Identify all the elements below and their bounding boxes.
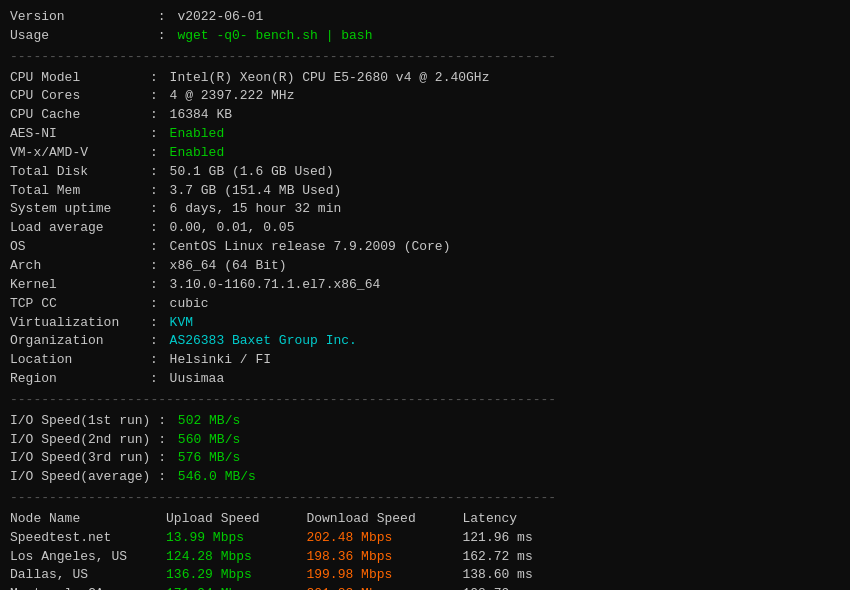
- info-value: Uusimaa: [170, 370, 225, 389]
- io-value: 560 MB/s: [178, 431, 240, 450]
- usage-line: Usage : wget -q0- bench.sh | bash: [10, 27, 840, 46]
- row-latency: 162.72 ms: [463, 548, 533, 567]
- version-label: Version: [10, 8, 150, 27]
- info-label: AES-NI: [10, 125, 150, 144]
- network-table-row: Speedtest.net 13.99 Mbps 202.48 Mbps 121…: [10, 529, 840, 548]
- info-label: CPU Cores: [10, 87, 150, 106]
- row-latency: 121.96 ms: [463, 529, 533, 548]
- system-info-line: AES-NI : Enabled: [10, 125, 840, 144]
- info-value: 3.10.0-1160.71.1.el7.x86_64: [170, 276, 381, 295]
- row-download: 201.83 Mbps: [306, 585, 462, 590]
- io-label: I/O Speed(2nd run): [10, 431, 158, 450]
- system-info-line: Load average : 0.00, 0.01, 0.05: [10, 219, 840, 238]
- network-table-row: Los Angeles, US 124.28 Mbps 198.36 Mbps …: [10, 548, 840, 567]
- info-label: Region: [10, 370, 150, 389]
- io-speed-line: I/O Speed(average) : 546.0 MB/s: [10, 468, 840, 487]
- usage-value: wget -q0- bench.sh | bash: [177, 27, 372, 46]
- row-node: Dallas, US: [10, 566, 166, 585]
- info-label: System uptime: [10, 200, 150, 219]
- info-value: 50.1 GB (1.6 GB Used): [170, 163, 334, 182]
- version-value: v2022-06-01: [177, 8, 263, 27]
- system-info-line: Total Disk : 50.1 GB (1.6 GB Used): [10, 163, 840, 182]
- row-download: 202.48 Mbps: [306, 529, 462, 548]
- col-download: Download Speed: [306, 510, 462, 529]
- system-info-line: CPU Cache : 16384 KB: [10, 106, 840, 125]
- row-latency: 138.60 ms: [463, 566, 533, 585]
- network-table-header: Node Name Upload Speed Download Speed La…: [10, 510, 840, 529]
- col-node: Node Name: [10, 510, 166, 529]
- row-node: Montreal, CA: [10, 585, 166, 590]
- info-label: TCP CC: [10, 295, 150, 314]
- info-value: 3.7 GB (151.4 MB Used): [170, 182, 342, 201]
- row-upload: 171.94 Mbps: [166, 585, 306, 590]
- info-label: VM-x/AMD-V: [10, 144, 150, 163]
- system-info-line: Total Mem : 3.7 GB (151.4 MB Used): [10, 182, 840, 201]
- network-table-section: Node Name Upload Speed Download Speed La…: [10, 510, 840, 590]
- io-speed-line: I/O Speed(1st run) : 502 MB/s: [10, 412, 840, 431]
- terminal-output: Version : v2022-06-01 Usage : wget -q0- …: [10, 8, 840, 590]
- info-value: 16384 KB: [170, 106, 232, 125]
- info-value: Enabled: [170, 144, 225, 163]
- usage-label: Usage: [10, 27, 150, 46]
- info-label: Kernel: [10, 276, 150, 295]
- info-label: Total Mem: [10, 182, 150, 201]
- info-value: 0.00, 0.01, 0.05: [170, 219, 295, 238]
- io-label: I/O Speed(1st run): [10, 412, 158, 431]
- system-info-line: Location : Helsinki / FI: [10, 351, 840, 370]
- system-info-line: Arch : x86_64 (64 Bit): [10, 257, 840, 276]
- system-info-line: VM-x/AMD-V : Enabled: [10, 144, 840, 163]
- version-line: Version : v2022-06-01: [10, 8, 840, 27]
- io-label: I/O Speed(average): [10, 468, 158, 487]
- system-info-line: CPU Model : Intel(R) Xeon(R) CPU E5-2680…: [10, 69, 840, 88]
- io-speeds-section: I/O Speed(1st run) : 502 MB/sI/O Speed(2…: [10, 412, 840, 487]
- row-download: 198.36 Mbps: [306, 548, 462, 567]
- system-info-line: TCP CC : cubic: [10, 295, 840, 314]
- network-table-row: Montreal, CA 171.94 Mbps 201.83 Mbps 108…: [10, 585, 840, 590]
- divider-3: ----------------------------------------…: [10, 489, 840, 508]
- row-upload: 124.28 Mbps: [166, 548, 306, 567]
- info-value: cubic: [170, 295, 209, 314]
- io-speed-line: I/O Speed(2nd run) : 560 MB/s: [10, 431, 840, 450]
- system-info-section: CPU Model : Intel(R) Xeon(R) CPU E5-2680…: [10, 69, 840, 389]
- system-info-line: OS : CentOS Linux release 7.9.2009 (Core…: [10, 238, 840, 257]
- system-info-line: Organization : AS26383 Baxet Group Inc.: [10, 332, 840, 351]
- info-value: Enabled: [170, 125, 225, 144]
- info-value: 4 @ 2397.222 MHz: [170, 87, 295, 106]
- system-info-line: CPU Cores : 4 @ 2397.222 MHz: [10, 87, 840, 106]
- info-value: CentOS Linux release 7.9.2009 (Core): [170, 238, 451, 257]
- io-label: I/O Speed(3rd run): [10, 449, 158, 468]
- info-value: x86_64 (64 Bit): [170, 257, 287, 276]
- info-label: Virtualization: [10, 314, 150, 333]
- io-value: 576 MB/s: [178, 449, 240, 468]
- io-value: 502 MB/s: [178, 412, 240, 431]
- info-label: Total Disk: [10, 163, 150, 182]
- io-speed-line: I/O Speed(3rd run) : 576 MB/s: [10, 449, 840, 468]
- col-latency: Latency: [463, 510, 518, 529]
- info-value: KVM: [170, 314, 193, 333]
- info-value: AS26383 Baxet Group Inc.: [170, 332, 357, 351]
- info-value: Helsinki / FI: [170, 351, 271, 370]
- info-label: Arch: [10, 257, 150, 276]
- row-upload: 13.99 Mbps: [166, 529, 306, 548]
- row-node: Speedtest.net: [10, 529, 166, 548]
- network-table-row: Dallas, US 136.29 Mbps 199.98 Mbps 138.6…: [10, 566, 840, 585]
- row-download: 199.98 Mbps: [306, 566, 462, 585]
- system-info-line: Kernel : 3.10.0-1160.71.1.el7.x86_64: [10, 276, 840, 295]
- info-label: Location: [10, 351, 150, 370]
- row-node: Los Angeles, US: [10, 548, 166, 567]
- info-label: Organization: [10, 332, 150, 351]
- info-label: CPU Model: [10, 69, 150, 88]
- info-label: OS: [10, 238, 150, 257]
- io-value: 546.0 MB/s: [178, 468, 256, 487]
- system-info-line: Virtualization : KVM: [10, 314, 840, 333]
- row-upload: 136.29 Mbps: [166, 566, 306, 585]
- info-label: CPU Cache: [10, 106, 150, 125]
- divider-1: ----------------------------------------…: [10, 48, 840, 67]
- info-value: 6 days, 15 hour 32 min: [170, 200, 342, 219]
- info-label: Load average: [10, 219, 150, 238]
- system-info-line: System uptime : 6 days, 15 hour 32 min: [10, 200, 840, 219]
- system-info-line: Region : Uusimaa: [10, 370, 840, 389]
- divider-2: ----------------------------------------…: [10, 391, 840, 410]
- col-upload: Upload Speed: [166, 510, 306, 529]
- info-value: Intel(R) Xeon(R) CPU E5-2680 v4 @ 2.40GH…: [170, 69, 490, 88]
